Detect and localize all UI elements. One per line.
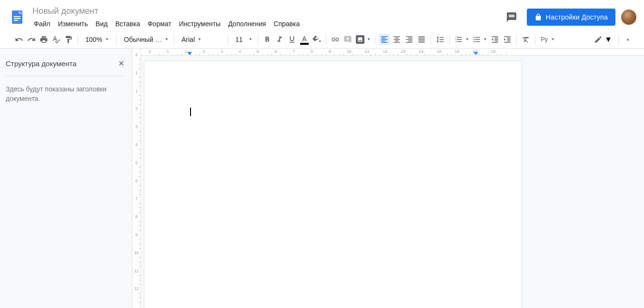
text-color-swatch xyxy=(300,43,309,45)
document-title[interactable]: Новый документ xyxy=(30,5,502,17)
separator xyxy=(375,35,375,44)
align-right-button[interactable] xyxy=(403,34,415,45)
menu-file[interactable]: Файл xyxy=(30,18,53,30)
menu-insert[interactable]: Вставка xyxy=(112,18,143,30)
align-left-button[interactable] xyxy=(379,34,390,45)
vertical-ruler[interactable]: 21123456789101112 xyxy=(132,49,141,308)
chevron-down-icon: ▼ xyxy=(604,35,612,44)
editing-mode-button[interactable]: ▼ xyxy=(591,34,615,45)
separator xyxy=(228,35,228,44)
outline-sidebar: Структура документа ✕ Здесь будут показа… xyxy=(0,49,132,308)
bulleted-list-button[interactable]: ▼ xyxy=(471,34,488,45)
chevron-down-icon: ▼ xyxy=(198,37,201,41)
left-indent-marker[interactable] xyxy=(187,52,192,55)
close-sidebar-button[interactable]: ✕ xyxy=(116,57,126,70)
line-spacing-button[interactable] xyxy=(434,34,446,45)
chevron-down-icon[interactable]: ▼ xyxy=(366,37,372,41)
font-size-value: 11 xyxy=(235,36,243,43)
separator xyxy=(116,35,117,44)
sidebar-title: Структура документа xyxy=(6,60,76,68)
insert-comment-button[interactable] xyxy=(342,34,353,45)
editor-area: 21123456789101112 2112345678910111213141… xyxy=(132,49,644,308)
menubar: Файл Изменить Вид Вставка Формат Инструм… xyxy=(30,18,502,30)
page-scroll[interactable] xyxy=(141,56,644,308)
toolbar-right: ▼ ▲ xyxy=(591,34,634,45)
separator xyxy=(449,35,450,44)
input-tools-label: Ру xyxy=(539,34,550,45)
separator xyxy=(174,35,174,44)
share-button[interactable]: Настройки Доступа xyxy=(527,9,615,26)
highlight-color-button[interactable] xyxy=(311,34,322,45)
font-value: Arial xyxy=(181,36,195,43)
separator xyxy=(535,35,535,44)
title-area: Новый документ Файл Изменить Вид Вставка… xyxy=(30,5,502,30)
font-size-select[interactable]: 11▼ xyxy=(231,34,254,45)
print-button[interactable] xyxy=(38,34,50,45)
header-right: Настройки Доступа xyxy=(502,8,636,27)
paint-format-button[interactable] xyxy=(63,34,74,45)
insert-image-button[interactable]: ▼ xyxy=(354,34,372,45)
hide-menus-button[interactable]: ▲ xyxy=(622,34,634,45)
separator xyxy=(326,35,326,44)
separator xyxy=(78,35,78,44)
zoom-select[interactable]: 100%▼ xyxy=(81,34,113,45)
share-button-label: Настройки Доступа xyxy=(546,13,608,21)
chevron-down-icon: ▼ xyxy=(249,37,252,41)
chevron-down-icon[interactable]: ▼ xyxy=(464,37,470,41)
increase-indent-button[interactable] xyxy=(502,34,513,45)
bold-button[interactable] xyxy=(262,34,273,45)
svg-rect-1 xyxy=(14,16,20,17)
chevron-down-icon[interactable]: ▼ xyxy=(550,37,556,41)
menu-format[interactable]: Формат xyxy=(144,18,175,30)
text-cursor xyxy=(190,108,191,116)
style-value: Обычный … xyxy=(124,36,162,43)
toolbar: 100%▼ Обычный …▼ Arial▼ 11▼ ▼ ▼ ▼ Ру▼ ▼ … xyxy=(0,30,644,49)
sidebar-empty-text: Здесь будут показаны заголовки документа… xyxy=(6,85,126,103)
align-justify-button[interactable] xyxy=(416,34,427,45)
menu-view[interactable]: Вид xyxy=(92,18,111,30)
spellcheck-button[interactable] xyxy=(50,34,62,45)
horizontal-ruler[interactable]: 21123456789101112131415161718 xyxy=(141,49,644,56)
chevron-down-icon: ▼ xyxy=(165,37,169,41)
menu-tools[interactable]: Инструменты xyxy=(176,18,224,30)
separator xyxy=(516,35,517,44)
menu-edit[interactable]: Изменить xyxy=(54,18,91,30)
header: Новый документ Файл Изменить Вид Вставка… xyxy=(0,0,644,30)
comments-button[interactable] xyxy=(502,8,521,27)
svg-rect-3 xyxy=(14,20,18,21)
italic-button[interactable] xyxy=(274,34,285,45)
docs-logo[interactable] xyxy=(8,8,27,27)
input-tools-button[interactable]: Ру▼ xyxy=(539,34,556,45)
main-area: Структура документа ✕ Здесь будут показа… xyxy=(0,49,644,308)
avatar[interactable] xyxy=(621,10,636,25)
checklist-button[interactable]: ▼ xyxy=(453,34,470,45)
paragraph-style-select[interactable]: Обычный …▼ xyxy=(120,34,171,45)
align-center-button[interactable] xyxy=(391,34,402,45)
separator xyxy=(258,35,258,44)
undo-button[interactable] xyxy=(13,34,25,45)
chevron-down-icon: ▼ xyxy=(105,37,109,41)
chevron-down-icon[interactable]: ▼ xyxy=(483,37,488,41)
svg-rect-2 xyxy=(14,18,20,19)
text-color-button[interactable] xyxy=(299,34,310,45)
font-select[interactable]: Arial▼ xyxy=(178,34,224,45)
separator xyxy=(431,35,431,44)
redo-button[interactable] xyxy=(26,34,37,45)
sidebar-header: Структура документа ✕ xyxy=(6,57,126,76)
zoom-value: 100% xyxy=(85,36,102,43)
right-indent-marker[interactable] xyxy=(473,52,478,55)
document-page[interactable] xyxy=(144,60,522,308)
decrease-indent-button[interactable] xyxy=(489,34,501,45)
underline-button[interactable] xyxy=(286,34,298,45)
clear-formatting-button[interactable] xyxy=(520,34,532,45)
separator xyxy=(618,35,619,44)
divider xyxy=(6,76,126,76)
menu-help[interactable]: Справка xyxy=(270,18,303,30)
insert-link-button[interactable] xyxy=(330,34,341,45)
menu-addons[interactable]: Дополнения xyxy=(225,18,269,30)
